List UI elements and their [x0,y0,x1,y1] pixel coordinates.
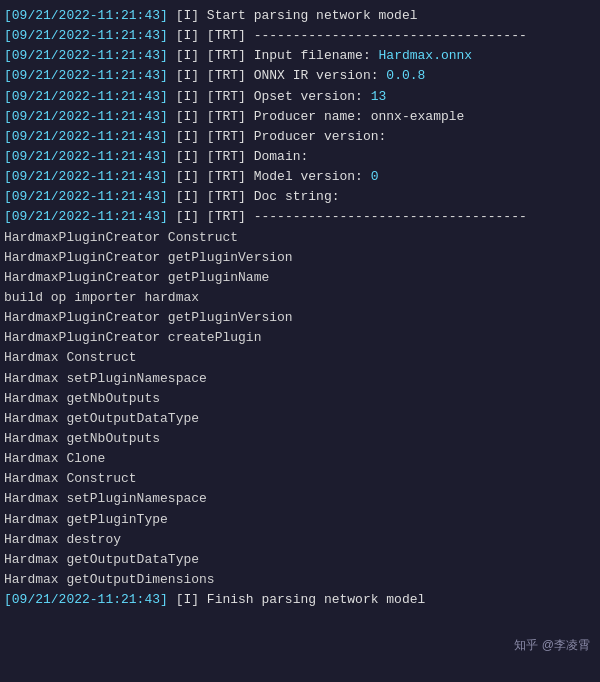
plain-text: build op importer hardmax [4,290,199,305]
plain-text: Hardmax getNbOutputs [4,391,160,406]
tag: [TRT] [207,129,246,144]
log-value: onnx-example [371,109,465,124]
timestamp: [09/21/2022-11:21:43] [4,592,168,607]
log-label: ----------------------------------- [254,28,527,43]
log-line: HardmaxPluginCreator Construct [4,228,596,248]
log-line: HardmaxPluginCreator getPluginVersion [4,308,596,328]
plain-text: HardmaxPluginCreator createPlugin [4,330,261,345]
timestamp: [09/21/2022-11:21:43] [4,48,168,63]
log-line: Hardmax getNbOutputs [4,389,596,409]
log-label: Doc string: [254,189,340,204]
log-line: Hardmax Construct [4,348,596,368]
level: [I] [176,209,199,224]
plain-text: HardmaxPluginCreator Construct [4,230,238,245]
plain-text: Hardmax destroy [4,532,121,547]
log-label: Opset version: [254,89,363,104]
level: [I] [176,109,199,124]
log-line: Hardmax setPluginNamespace [4,369,596,389]
log-line: Hardmax Construct [4,469,596,489]
log-line: Hardmax getPluginType [4,510,596,530]
log-value: 0.0.8 [386,68,425,83]
plain-text: Hardmax getOutputDataType [4,411,199,426]
log-label: Start parsing network model [207,8,418,23]
plain-text: HardmaxPluginCreator getPluginVersion [4,250,293,265]
timestamp: [09/21/2022-11:21:43] [4,189,168,204]
tag: [TRT] [207,189,246,204]
log-line: HardmaxPluginCreator getPluginVersion [4,248,596,268]
timestamp: [09/21/2022-11:21:43] [4,149,168,164]
tag: [TRT] [207,149,246,164]
log-line: Hardmax Clone [4,449,596,469]
log-line: Hardmax destroy [4,530,596,550]
level: [I] [176,68,199,83]
log-label: ONNX IR version: [254,68,379,83]
timestamp: [09/21/2022-11:21:43] [4,68,168,83]
tag: [TRT] [207,169,246,184]
tag: [TRT] [207,109,246,124]
log-line: Hardmax getOutputDimensions [4,570,596,590]
log-label: Model version: [254,169,363,184]
log-line: [09/21/2022-11:21:43] [I] Finish parsing… [4,590,596,610]
plain-text: Hardmax getOutputDataType [4,552,199,567]
log-line: Hardmax getNbOutputs [4,429,596,449]
timestamp: [09/21/2022-11:21:43] [4,109,168,124]
level: [I] [176,189,199,204]
log-line: Hardmax getOutputDataType [4,550,596,570]
tag: [TRT] [207,68,246,83]
level: [I] [176,129,199,144]
log-label: Input filename: [254,48,371,63]
level: [I] [176,592,199,607]
level: [I] [176,48,199,63]
tag: [TRT] [207,89,246,104]
log-line: [09/21/2022-11:21:43] [I] [TRT] Producer… [4,127,596,147]
log-line: [09/21/2022-11:21:43] [I] [TRT] Domain: [4,147,596,167]
timestamp: [09/21/2022-11:21:43] [4,209,168,224]
tag: [TRT] [207,209,246,224]
plain-text: HardmaxPluginCreator getPluginName [4,270,269,285]
log-line: [09/21/2022-11:21:43] [I] [TRT] Input fi… [4,46,596,66]
log-label: Domain: [254,149,309,164]
log-line: [09/21/2022-11:21:43] [I] [TRT] ONNX IR … [4,66,596,86]
timestamp: [09/21/2022-11:21:43] [4,28,168,43]
plain-text: Hardmax getOutputDimensions [4,572,215,587]
log-label: Producer version: [254,129,387,144]
timestamp: [09/21/2022-11:21:43] [4,8,168,23]
log-line: HardmaxPluginCreator getPluginName [4,268,596,288]
log-line: [09/21/2022-11:21:43] [I] [TRT] Opset ve… [4,87,596,107]
plain-text: Hardmax Construct [4,350,137,365]
plain-text: Hardmax getNbOutputs [4,431,160,446]
level: [I] [176,169,199,184]
plain-text: Hardmax setPluginNamespace [4,491,207,506]
timestamp: [09/21/2022-11:21:43] [4,169,168,184]
timestamp: [09/21/2022-11:21:43] [4,129,168,144]
log-line: [09/21/2022-11:21:43] [I] [TRT] --------… [4,26,596,46]
log-line: HardmaxPluginCreator createPlugin [4,328,596,348]
tag: [TRT] [207,48,246,63]
plain-text: HardmaxPluginCreator getPluginVersion [4,310,293,325]
plain-text: Hardmax setPluginNamespace [4,371,207,386]
level: [I] [176,89,199,104]
plain-text: Hardmax getPluginType [4,512,168,527]
log-line: build op importer hardmax [4,288,596,308]
log-line: [09/21/2022-11:21:43] [I] [TRT] Doc stri… [4,187,596,207]
terminal: [09/21/2022-11:21:43] [I] Start parsing … [0,0,600,682]
level: [I] [176,8,199,23]
level: [I] [176,149,199,164]
tag: [TRT] [207,28,246,43]
timestamp: [09/21/2022-11:21:43] [4,89,168,104]
log-line: [09/21/2022-11:21:43] [I] [TRT] Producer… [4,107,596,127]
level: [I] [176,28,199,43]
log-value: 0 [371,169,379,184]
log-value: 13 [371,89,387,104]
log-line: [09/21/2022-11:21:43] [I] [TRT] Model ve… [4,167,596,187]
log-label: ----------------------------------- [254,209,527,224]
log-value: Hardmax.onnx [379,48,473,63]
log-line: [09/21/2022-11:21:43] [I] [TRT] --------… [4,207,596,227]
log-line: Hardmax setPluginNamespace [4,489,596,509]
log-line: Hardmax getOutputDataType [4,409,596,429]
plain-text: Hardmax Construct [4,471,137,486]
plain-text: Hardmax Clone [4,451,105,466]
log-label: Finish parsing network model [207,592,425,607]
log-line: [09/21/2022-11:21:43] [I] Start parsing … [4,6,596,26]
watermark: 知乎 @李凌霄 [514,637,590,654]
